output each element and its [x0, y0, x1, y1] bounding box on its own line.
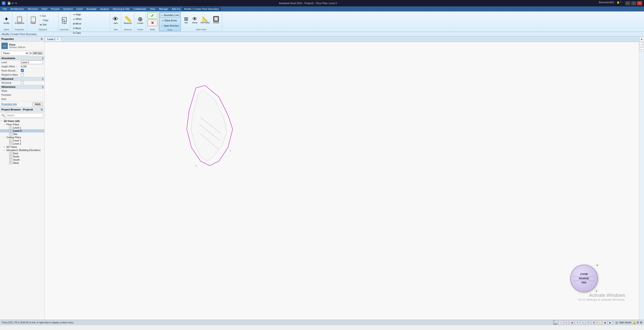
join-button[interactable]: ⋈ Join [38, 22, 57, 26]
slope-arrow-button[interactable]: ↗ Slope Arrow [161, 18, 179, 23]
viewer-button[interactable]: 🔲 Viewer [212, 14, 220, 27]
tree-east[interactable]: ⊡ East [0, 152, 44, 155]
menu-precast[interactable]: Precast [49, 7, 61, 11]
span-direction-button[interactable]: ↔ Span Direction [160, 23, 180, 28]
nav-wheel-icon[interactable]: ⊙ [615, 321, 618, 324]
right-panel-btn3[interactable]: ▷ [640, 48, 644, 52]
zoom-expand-button[interactable]: ▼ [595, 290, 598, 293]
zoom-label[interactable]: ZOOM [580, 273, 588, 276]
measure-button[interactable]: 📏 Measure [122, 14, 133, 27]
menu-steel[interactable]: Steel [40, 7, 49, 11]
tree-west[interactable]: ⊡ West [0, 161, 44, 164]
tree-floor-plans[interactable]: − Floor Plans [0, 123, 44, 126]
finish-mode-button[interactable]: ✓ [147, 12, 158, 19]
prop-row-room-bound: Room Boundi... [0, 69, 44, 73]
tree-north[interactable]: ⊡ North [0, 155, 44, 158]
menu-massing[interactable]: Massing & Site [111, 7, 131, 11]
menu-file[interactable]: File [1, 7, 9, 11]
tree-level-1[interactable]: ⊡ Level 1 [0, 126, 44, 129]
scale-button[interactable]: 1 : 100 [553, 320, 558, 325]
menu-architecture[interactable]: Architecture [9, 7, 26, 11]
properties-close-button[interactable]: ✕ [40, 37, 43, 41]
view-ctrl-grid[interactable]: ⊡ [586, 320, 590, 325]
create-button[interactable]: ⊕ Create [136, 14, 144, 27]
view-ctrl-shade[interactable]: ◑ [570, 320, 574, 325]
canvas-tab-level2[interactable]: Level 2 ✕ [45, 37, 62, 41]
view-ctrl-orbit[interactable]: ⊙ [564, 320, 568, 325]
related-mass-value[interactable] [21, 73, 43, 76]
structural-checkbox[interactable] [21, 81, 24, 84]
menu-manage[interactable]: Manage [157, 7, 170, 11]
tree-ceiling-level-2[interactable]: ⊡ Level 2 [0, 142, 44, 145]
prop-selector[interactable]: Floors [2, 51, 29, 56]
mirror-button[interactable]: ⊞Mirror [72, 22, 90, 26]
structural-prop-value[interactable] [21, 81, 43, 84]
copy-modify-button[interactable]: ⊡Copy [72, 31, 90, 35]
structural-collapse-button[interactable]: | [42, 78, 43, 80]
menu-structure[interactable]: Structure [26, 7, 40, 11]
paste-button[interactable]: 📋 Paste [28, 14, 38, 27]
close-button[interactable]: ✕ [637, 1, 642, 5]
copy-button[interactable]: 📄 Copy [38, 18, 57, 22]
room-bound-checkbox[interactable] [21, 69, 24, 72]
cut-button[interactable]: ✂ Cut [38, 14, 57, 18]
align-button[interactable]: ⊶Align [72, 12, 90, 16]
tree-level-2[interactable]: ⊡ Level 2 [0, 129, 44, 132]
dimensions-collapse-button[interactable]: | [42, 86, 43, 88]
menu-view[interactable]: View [148, 7, 157, 11]
view-button[interactable]: 👁 View [112, 14, 120, 27]
pan-label[interactable]: PAN [582, 282, 586, 284]
offset-button[interactable]: ⊿Offset [72, 17, 90, 21]
view-ctrl-crop[interactable]: ⊞ [592, 320, 596, 325]
room-bound-value[interactable] [21, 69, 43, 72]
constraints-collapse-button[interactable]: | [42, 57, 43, 60]
tree-ceiling-plans[interactable]: − Ceiling Plans [0, 136, 44, 139]
tree-elevations[interactable]: − Elevations (Building Elevation) [0, 148, 44, 152]
cope-button[interactable]: ◱ Cope [60, 14, 68, 27]
move-button[interactable]: ✛Move [72, 26, 90, 30]
apply-button[interactable]: Apply [32, 102, 43, 106]
tree-3d-views[interactable]: + 3D Views [0, 145, 44, 148]
minimize-button[interactable]: — [625, 1, 630, 5]
rewind-label[interactable]: REWIND [579, 277, 589, 280]
level-input[interactable] [21, 60, 43, 64]
set-button[interactable]: ⊞ Set [182, 14, 190, 27]
browser-search-input[interactable] [6, 113, 43, 118]
view-ctrl-search[interactable]: 🔍 [580, 320, 585, 325]
properties-help-link[interactable]: Properties help [2, 103, 17, 106]
view-ctrl-next[interactable]: ▶ [608, 320, 612, 325]
menu-modify-create-floor[interactable]: Modify | Create Floor Boundary [182, 7, 221, 11]
menu-systems[interactable]: Systems [61, 7, 74, 11]
menu-collaborate[interactable]: Collaborate [132, 7, 148, 11]
menu-analyze[interactable]: Analyze [98, 7, 111, 11]
edit-type-button[interactable]: Edit Type [32, 52, 43, 55]
related-mass-checkbox[interactable] [21, 73, 24, 76]
tree-views-all[interactable]: − 🗂 Views (all) [0, 119, 44, 123]
cancel-mode-button[interactable]: ✕ [147, 20, 158, 26]
right-panel-btn1[interactable]: ⊞ [640, 37, 644, 42]
zoom-close-button[interactable]: ✕ [596, 263, 599, 267]
boundary-line-button[interactable]: — Boundary Line [160, 12, 180, 18]
canvas-tab-close[interactable]: ✕ [56, 38, 59, 41]
tree-site[interactable]: ⊡ Site [0, 132, 44, 136]
canvas-content[interactable]: ✕ ZOOM REWIND PAN ▼ Activate Windows Go … [45, 42, 639, 320]
title-controls[interactable]: Brycememill23 🔔 ? − — □ ✕ [599, 1, 642, 5]
right-panel-btn2[interactable]: ◁ [640, 42, 644, 46]
modify-button[interactable]: ✦ Modify [2, 14, 11, 27]
browser-tree: − 🗂 Views (all) − Floor Plans ⊡ Level 1 [0, 118, 44, 320]
tree-ceiling-level-1[interactable]: ⊡ Level 1 [0, 139, 44, 142]
view-ctrl-prev[interactable]: ◀ [602, 320, 607, 325]
view-ctrl-sun[interactable]: ☀ [575, 320, 580, 325]
show-button[interactable]: 👁 Show [191, 14, 199, 27]
view-ctrl-ref[interactable]: 📐 [597, 320, 602, 325]
browser-close-button[interactable]: ✕ [40, 108, 43, 112]
maximize-button[interactable]: □ [631, 1, 636, 5]
menu-annotate[interactable]: Annotate [84, 7, 98, 11]
view-ctrl-rect[interactable]: □ [558, 320, 563, 325]
properties-ribbon-button[interactable]: 📋 Properties [14, 14, 26, 27]
tree-south[interactable]: ⊡ South [0, 158, 44, 161]
menu-insert[interactable]: Insert [75, 7, 85, 11]
ref-plane-button[interactable]: 📐 Ref Plane [200, 14, 211, 27]
level-value[interactable] [21, 60, 43, 64]
menu-addins[interactable]: Add-Ins [170, 7, 182, 11]
